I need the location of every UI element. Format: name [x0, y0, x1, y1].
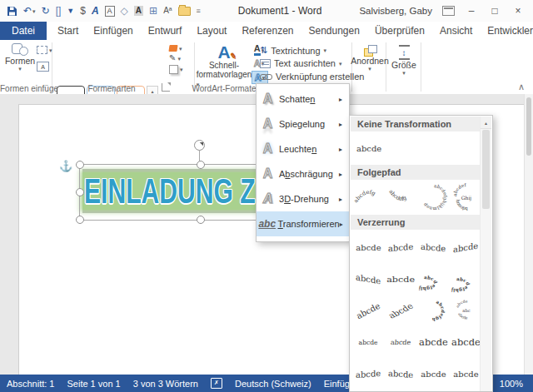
quick-styles-button[interactable]: A✎ Schnell- formatvorlagen ▾ — [198, 43, 250, 88]
warp-option-plain-3[interactable]: abcde — [450, 358, 482, 390]
submenu-scroll-thumb[interactable] — [482, 130, 490, 209]
warp-option-circle-pour[interactable]: abcdefgh — [417, 295, 450, 326]
status-language[interactable]: Deutsch (Schweiz) — [235, 379, 311, 389]
warp-option-chevron-down[interactable]: abcde — [352, 263, 385, 295]
text-direction-icon: ⇅ — [260, 45, 267, 56]
bevel-effect-icon: A — [257, 167, 279, 181]
open-folder-icon[interactable] — [178, 7, 191, 16]
warp-option-ring-inside[interactable]: abcdefghij — [417, 263, 450, 295]
transform-option-none[interactable]: abcde — [356, 136, 398, 161]
tab-start[interactable]: Start — [50, 22, 86, 40]
warp-option-ring-outside[interactable]: abcdefghij — [450, 263, 482, 295]
cursive-a-icon[interactable]: A — [92, 6, 99, 16]
warp-option-slant-down[interactable]: abcde — [385, 358, 417, 390]
character-border-icon[interactable]: A — [105, 6, 115, 17]
size-button[interactable]: ↕ Größe ▾ — [389, 45, 419, 76]
submenu-arrow-icon: ▸ — [339, 196, 349, 203]
transform-option-arch-up[interactable]: abcdefg — [353, 181, 385, 213]
align-text-icon — [260, 59, 271, 68]
edit-shape-button[interactable]: ▾ — [37, 46, 52, 54]
close-button[interactable]: × — [511, 5, 525, 17]
status-section[interactable]: Abschnitt: 1 — [7, 379, 54, 389]
submenu-arrow-icon: ▸ — [340, 221, 349, 228]
download-arrow-icon[interactable]: ▼ — [67, 7, 74, 15]
transform-option-arch-down[interactable]: abcdefg — [386, 181, 417, 213]
formen-button[interactable]: Formen ▾ — [3, 43, 37, 72]
tab-ueberpruefen[interactable]: Überprüfen — [367, 22, 432, 40]
tab-ansicht[interactable]: Ansicht — [432, 22, 480, 40]
tab-layout[interactable]: Layout — [189, 22, 234, 40]
field-brackets-icon[interactable]: [] — [56, 6, 62, 16]
handle-middle-left[interactable] — [76, 188, 84, 196]
shapes-icon — [12, 43, 28, 56]
save-icon[interactable] — [7, 6, 17, 17]
warp-option-triangle-down[interactable]: abcde — [417, 231, 450, 263]
table-icon[interactable]: ⊞ — [149, 6, 157, 16]
warp-option-plain-2[interactable]: abcde — [417, 358, 450, 390]
shape-outline-button[interactable]: ✎▾ — [169, 54, 183, 62]
tab-entwicklertools[interactable]: Entwicklertools — [480, 22, 533, 40]
account-name[interactable]: Salvisberg, Gaby — [359, 6, 432, 16]
warp-option-chevron-up[interactable]: abcde — [450, 231, 482, 263]
shape-effects-button[interactable]: ▾ — [169, 65, 183, 74]
shape-outline-icon[interactable]: ◇ — [121, 6, 128, 16]
arrange-button[interactable]: Anordnen ▾ — [355, 45, 385, 72]
tab-einfuegen[interactable]: Einfügen — [86, 22, 140, 40]
warp-option-grow[interactable]: abcde — [417, 326, 450, 358]
menu-item-spiegelung[interactable]: A Spiegelung ▸ — [257, 112, 349, 136]
submenu-scrollbar[interactable]: ▴ — [480, 117, 491, 392]
warp-option-square[interactable]: abcde — [352, 231, 385, 263]
menu-item-3d-drehung[interactable]: A 3D-Drehung ▸ — [257, 186, 349, 211]
transform-option-circle[interactable]: abcdefghijklmnop — [418, 181, 450, 213]
font-grow-icon[interactable]: Aª — [163, 7, 172, 15]
text-direction-button[interactable]: ⇅ Textrichtung▾ — [260, 45, 326, 56]
shape-fill-button[interactable]: ▾ — [169, 45, 183, 52]
warp-option-triangle-up[interactable]: abcde — [385, 231, 417, 263]
collapse-ribbon-icon[interactable]: ∧ — [518, 82, 525, 92]
zoom-level[interactable]: 100% — [500, 379, 523, 389]
status-page[interactable]: Seite 1 von 1 — [67, 379, 120, 389]
warp-option-shrink[interactable]: abcde — [450, 326, 482, 358]
warp-option-circle-text[interactable]: abcde abc abcde — [450, 295, 482, 326]
warp-option-curve-down[interactable]: abcde — [385, 295, 417, 326]
handle-top-center[interactable] — [197, 161, 205, 169]
warp-option-wide[interactable]: abcde — [385, 263, 417, 295]
maximize-button[interactable]: □ — [488, 5, 501, 17]
warp-option-curve-up[interactable]: abcde — [352, 295, 385, 326]
warp-option-fade-left[interactable]: abcde — [385, 326, 417, 358]
proofing-icon[interactable]: ✗ — [211, 378, 222, 389]
undo-icon[interactable]: ↶▾ — [23, 6, 36, 16]
textbox-button[interactable]: A — [37, 62, 49, 72]
arrange-icon — [364, 45, 376, 56]
svg-text:lmnopq: lmnopq — [456, 200, 468, 211]
paint-can-icon — [168, 45, 177, 52]
align-text-button[interactable]: Text ausrichten▾ — [260, 58, 342, 68]
menu-item-schatten[interactable]: A Schatten ▸ — [257, 87, 349, 112]
status-words[interactable]: 3 von 3 Wörtern — [133, 379, 198, 389]
handle-bottom-center[interactable] — [197, 216, 205, 224]
warp-option-fade-right[interactable]: abcde — [352, 326, 385, 358]
tab-datei[interactable]: Datei — [0, 22, 47, 40]
rotation-handle[interactable] — [194, 140, 205, 151]
menu-item-abschraegung[interactable]: A Abschrägung ▸ — [257, 161, 349, 186]
handle-top-left[interactable] — [76, 161, 84, 169]
tab-sendungen[interactable]: Sendungen — [301, 22, 367, 40]
ribbon-display-options-icon[interactable] — [442, 6, 455, 16]
create-link-button[interactable]: Verknüpfung erstellen — [260, 72, 364, 82]
submenu-scroll-up-icon[interactable]: ▴ — [481, 117, 491, 129]
character-shading-icon[interactable]: A — [134, 6, 143, 16]
warp-option-slant-up[interactable]: abcde — [352, 358, 385, 390]
menu-item-leuchten[interactable]: A Leuchten ▸ — [257, 136, 349, 161]
scrollbar-thumb[interactable] — [526, 97, 531, 156]
transform-option-button[interactable]: abcdef Ghij lmnopq — [451, 181, 482, 213]
tab-referenzen[interactable]: Referenzen — [234, 22, 301, 40]
tab-entwurf[interactable]: Entwurf — [141, 22, 190, 40]
handle-bottom-left[interactable] — [76, 216, 84, 224]
formenarten-dialog-launcher[interactable] — [162, 83, 170, 92]
menu-item-transformieren[interactable]: abc Transformieren ▸ — [257, 211, 349, 236]
minimize-button[interactable]: – — [465, 5, 478, 17]
currency-icon[interactable]: $ — [80, 6, 86, 16]
svg-text:abcdefghij: abcdefghij — [418, 275, 438, 291]
redo-icon[interactable]: ↻ — [42, 6, 50, 16]
vertical-scrollbar[interactable] — [524, 94, 533, 375]
